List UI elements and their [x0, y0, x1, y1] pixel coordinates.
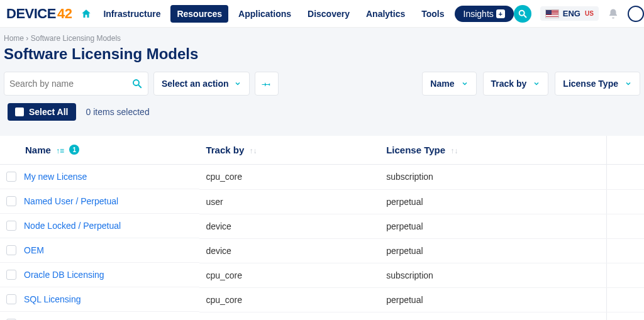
row-edge — [606, 165, 644, 190]
chevron-down-icon — [234, 80, 242, 87]
breadcrumb-current: Software Licensing Models — [31, 34, 121, 43]
row-edge — [606, 189, 644, 214]
table-row: My new Licensecpu_coresubscription — [0, 165, 644, 190]
select-bar: Select All 0 items selected — [4, 96, 640, 127]
row-edge — [606, 238, 644, 263]
breadcrumb: Home › Software Licensing Models — [4, 34, 640, 43]
row-licensetype: perpetual — [380, 189, 606, 214]
home-icon[interactable] — [80, 8, 92, 19]
data-table: Name ↑≡ 1 Track by ↑↓ License Type ↑↓ My… — [0, 136, 644, 320]
table-row: SQL Testcpu_coresubscription — [0, 312, 644, 320]
search-icon — [131, 78, 143, 89]
row-trackby: cpu_core — [199, 312, 380, 320]
col-name-header[interactable]: Name ↑≡ 1 — [0, 136, 199, 165]
row-licensetype: perpetual — [380, 287, 606, 312]
row-licensetype: perpetual — [380, 214, 606, 238]
brand-name: DEVICE — [6, 6, 56, 22]
checkbox-icon — [15, 108, 24, 116]
chevron-down-icon — [461, 80, 469, 87]
row-name-link[interactable]: My new License — [24, 172, 87, 182]
row-trackby: cpu_core — [199, 165, 380, 190]
breadcrumb-sep: › — [26, 34, 30, 43]
row-name-link[interactable]: OEM — [24, 245, 44, 255]
table-row: SQL Licensingcpu_coreperpetual — [0, 287, 644, 312]
brand-suffix: 42 — [57, 6, 72, 22]
row-name-link[interactable]: SQL Licensing — [24, 294, 81, 304]
user-avatar[interactable] — [628, 6, 644, 22]
items-selected-count: 0 items selected — [86, 107, 150, 117]
row-checkbox[interactable] — [6, 245, 16, 255]
nav-infrastructure[interactable]: Infrastructure — [97, 5, 167, 23]
row-trackby: cpu_core — [199, 263, 380, 287]
filter-name[interactable]: Name — [422, 72, 476, 96]
row-licensetype: subscription — [380, 312, 606, 320]
row-checkbox[interactable] — [6, 221, 16, 231]
pin-icon — [262, 79, 272, 89]
language-selector[interactable]: ENG US — [540, 6, 599, 21]
svg-line-3 — [138, 85, 142, 88]
plus-icon: + — [496, 9, 505, 18]
brand-logo[interactable]: DEVICE42 — [6, 6, 72, 22]
svg-line-1 — [524, 15, 526, 18]
row-edge — [606, 263, 644, 287]
filter-license-type[interactable]: License Type — [555, 72, 640, 96]
row-trackby: device — [199, 238, 380, 263]
nav-tools[interactable]: Tools — [415, 5, 450, 23]
nav-resources[interactable]: Resources — [170, 5, 228, 23]
row-licensetype: subscription — [380, 263, 606, 287]
action-label: Select an action — [162, 79, 229, 89]
flag-us-icon — [545, 9, 559, 18]
row-checkbox[interactable] — [6, 270, 16, 280]
sort-icon: ↑↓ — [249, 146, 257, 155]
row-name-link[interactable]: Named User / Perpetual — [24, 196, 118, 206]
col-licensetype-label: License Type — [386, 145, 445, 155]
table-row: Named User / Perpetualuserperpetual — [0, 189, 644, 214]
notifications-icon[interactable] — [608, 8, 619, 19]
pin-button[interactable] — [255, 72, 279, 96]
svg-point-2 — [133, 80, 139, 86]
select-all-button[interactable]: Select All — [8, 103, 76, 121]
page-title: Software Licensing Models — [4, 45, 640, 63]
row-licensetype: perpetual — [380, 238, 606, 263]
nav-applications[interactable]: Applications — [232, 5, 297, 23]
sort-asc-icon: ↑≡ — [56, 146, 64, 155]
col-name-label: Name — [25, 145, 51, 155]
top-nav: DEVICE42 Infrastructure Resources Applic… — [0, 0, 644, 28]
col-actions-header — [606, 136, 644, 165]
table-row: Oracle DB Licensingcpu_coresubscription — [0, 263, 644, 287]
row-checkbox[interactable] — [6, 196, 16, 206]
row-trackby: device — [199, 214, 380, 238]
search-box[interactable] — [4, 72, 148, 96]
page-subheader: Home › Software Licensing Models Softwar… — [0, 28, 644, 136]
topnav-right: ENG US — [514, 5, 639, 23]
table-row: OEMdeviceperpetual — [0, 238, 644, 263]
lang-code: ENG — [563, 9, 580, 18]
filter-label: License Type — [563, 79, 618, 89]
row-checkbox[interactable] — [6, 172, 16, 182]
filter-track-by[interactable]: Track by — [483, 72, 549, 96]
row-checkbox[interactable] — [6, 294, 16, 304]
row-name-link[interactable]: Node Locked / Perpetual — [24, 221, 121, 231]
breadcrumb-home[interactable]: Home — [4, 34, 24, 43]
row-edge — [606, 214, 644, 238]
row-edge — [606, 312, 644, 320]
row-edge — [606, 287, 644, 312]
nav-discovery[interactable]: Discovery — [301, 5, 356, 23]
row-trackby: cpu_core — [199, 287, 380, 312]
table-row: Node Locked / Perpetualdeviceperpetual — [0, 214, 644, 238]
sort-icon: ↑↓ — [450, 146, 458, 155]
global-search-button[interactable] — [514, 5, 531, 23]
filter-label: Track by — [491, 79, 527, 89]
chevron-down-icon — [625, 80, 632, 87]
lang-region: US — [585, 10, 594, 17]
nav-insights[interactable]: Insights + — [455, 6, 514, 22]
col-licensetype-header[interactable]: License Type ↑↓ — [380, 136, 606, 165]
toolbar: Select an action Name Track by License T… — [4, 72, 640, 96]
col-trackby-header[interactable]: Track by ↑↓ — [199, 136, 380, 165]
nav-items: Infrastructure Resources Applications Di… — [80, 5, 513, 23]
action-dropdown[interactable]: Select an action — [153, 72, 250, 96]
nav-analytics[interactable]: Analytics — [360, 5, 411, 23]
search-input[interactable] — [9, 79, 131, 89]
insights-label: Insights — [464, 9, 494, 19]
row-name-link[interactable]: Oracle DB Licensing — [24, 270, 104, 280]
